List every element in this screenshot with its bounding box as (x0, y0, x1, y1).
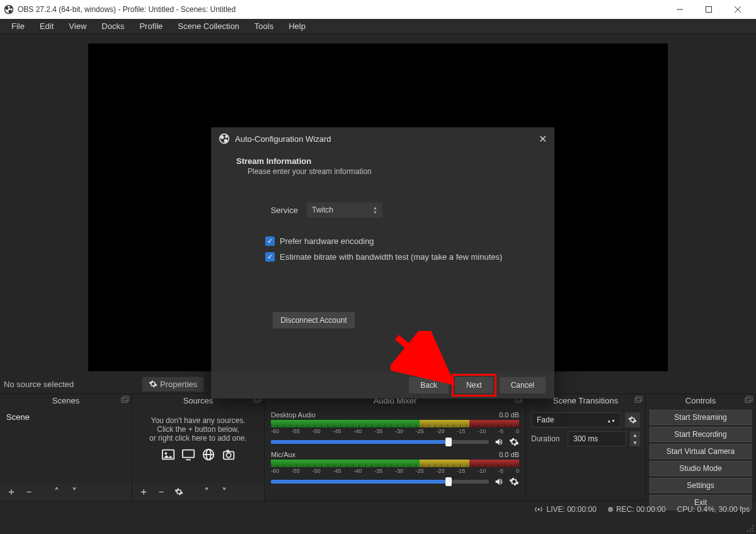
volume-slider[interactable] (271, 440, 489, 444)
gear-icon[interactable] (509, 437, 519, 447)
svg-rect-26 (745, 398, 751, 403)
menu-view[interactable]: View (61, 20, 94, 33)
transition-settings-button[interactable] (625, 412, 640, 427)
broadcast-icon (534, 505, 543, 514)
statusbar: LIVE: 00:00:00 REC: 00:00:00 CPU: 0.4%, … (0, 501, 756, 517)
globe-icon (200, 448, 217, 461)
scenes-panel: Scenes Scene ＋ － ˄ ˅ (0, 393, 132, 501)
menu-tools[interactable]: Tools (247, 20, 281, 33)
obs-logo-icon (4, 4, 14, 15)
sources-list[interactable]: You don't have any sources. Click the + … (132, 407, 264, 483)
status-live: LIVE: 00:00:00 (534, 505, 596, 514)
svg-rect-10 (254, 398, 260, 403)
svg-point-28 (538, 508, 541, 511)
svg-point-33 (750, 530, 751, 531)
svg-point-0 (5, 6, 13, 14)
mixer-name: Desktop Audio (271, 411, 316, 419)
obs-logo-icon (219, 133, 230, 144)
window-titlebar: OBS 27.2.4 (64-bit, windows) - Profile: … (0, 0, 756, 19)
transitions-panel: Scene Transitions Fade▲▼ Duration 300 ms… (526, 393, 646, 501)
menu-docks[interactable]: Docks (94, 20, 132, 33)
menu-scene-collection[interactable]: Scene Collection (170, 20, 247, 33)
menu-file[interactable]: File (4, 20, 32, 33)
svg-rect-24 (635, 398, 641, 403)
menu-help[interactable]: Help (281, 20, 313, 33)
menubar: File Edit View Docks Profile Scene Colle… (0, 19, 756, 34)
source-down-button[interactable]: ˅ (217, 485, 232, 499)
start-recording-button[interactable]: Start Recording (650, 427, 752, 442)
chevron-icon: ▲▼ (373, 206, 377, 214)
audio-mixer-panel: Audio Mixer Desktop Audio0.0 dB -60-55-5… (265, 393, 526, 501)
estimate-bitrate-checkbox[interactable]: ✓ Estimate bitrate with bandwidth test (… (265, 252, 539, 262)
dialog-heading: Stream Information (236, 156, 539, 166)
dialog-titlebar: Auto-Configuration Wizard ✕ (211, 127, 554, 150)
menu-edit[interactable]: Edit (32, 20, 61, 33)
gear-icon (149, 380, 158, 388)
start-streaming-button[interactable]: Start Streaming (650, 410, 752, 425)
scenes-list[interactable]: Scene (0, 407, 132, 483)
mixer-row-mic: Mic/Aux0.0 dB -60-55-50-45-40-35-30-25-2… (271, 451, 519, 487)
monitor-icon (180, 448, 197, 461)
sources-empty-1: You don't have any sources. (151, 416, 246, 425)
dialog-close-button[interactable]: ✕ (539, 133, 547, 145)
scene-item[interactable]: Scene (0, 407, 132, 427)
svg-rect-22 (515, 398, 521, 403)
svg-point-13 (164, 452, 167, 455)
checkbox-checked-icon: ✓ (265, 252, 275, 262)
duration-field[interactable]: 300 ms (568, 431, 626, 446)
start-virtual-camera-button[interactable]: Start Virtual Camera (650, 444, 752, 459)
svg-rect-27 (747, 397, 752, 401)
speaker-icon[interactable] (493, 477, 505, 487)
svg-rect-21 (226, 450, 229, 452)
scene-add-button[interactable]: ＋ (4, 485, 19, 499)
gear-icon (628, 415, 637, 424)
disconnect-account-button[interactable]: Disconnect Account (273, 312, 355, 328)
resize-grip-icon[interactable] (746, 524, 755, 533)
close-button[interactable] (723, 0, 752, 19)
minimize-button[interactable] (665, 0, 694, 19)
back-button[interactable]: Back (409, 377, 449, 393)
no-source-label: No source selected (4, 380, 142, 389)
source-up-button[interactable]: ˄ (199, 485, 214, 499)
svg-point-31 (752, 528, 753, 529)
dialog-footer: Back Next Cancel (211, 372, 554, 398)
gear-icon[interactable] (509, 477, 519, 487)
source-remove-button[interactable]: － (154, 485, 169, 499)
cancel-button[interactable]: Cancel (500, 377, 546, 393)
source-settings-button[interactable] (171, 485, 186, 499)
source-add-button[interactable]: ＋ (136, 485, 151, 499)
popout-icon[interactable] (120, 396, 129, 405)
menu-profile[interactable]: Profile (132, 20, 170, 33)
svg-point-37 (224, 139, 227, 143)
scene-remove-button[interactable]: － (21, 485, 37, 499)
sources-tools: ＋ － ˄ ˅ (132, 483, 264, 501)
maximize-button[interactable] (694, 0, 723, 19)
popout-icon[interactable] (634, 396, 643, 405)
record-dot-icon (608, 507, 613, 512)
next-button[interactable]: Next (455, 377, 493, 393)
mixer-body: Desktop Audio0.0 dB -60-55-50-45-40-35-3… (265, 407, 525, 501)
source-type-icons (160, 448, 237, 461)
prefer-hardware-checkbox[interactable]: ✓ Prefer hardware encoding (265, 236, 539, 246)
svg-point-32 (747, 530, 748, 531)
duration-spinner[interactable]: ▲▼ (630, 431, 640, 446)
volume-slider[interactable] (271, 480, 489, 484)
svg-point-2 (9, 10, 12, 13)
svg-rect-25 (636, 397, 642, 401)
studio-mode-button[interactable]: Studio Mode (650, 461, 752, 476)
properties-button[interactable]: Properties (142, 377, 203, 392)
auto-config-wizard-dialog: Auto-Configuration Wizard ✕ Stream Infor… (211, 127, 554, 398)
svg-point-36 (220, 136, 224, 139)
transition-select[interactable]: Fade▲▼ (531, 412, 621, 427)
svg-point-38 (225, 135, 228, 138)
settings-button[interactable]: Settings (650, 478, 752, 493)
speaker-icon[interactable] (493, 437, 505, 447)
scene-up-button[interactable]: ˄ (49, 485, 64, 499)
scene-down-button[interactable]: ˅ (67, 485, 82, 499)
service-select[interactable]: Twitch▲▼ (307, 202, 382, 218)
popout-icon[interactable] (744, 396, 753, 405)
mixer-name: Mic/Aux (271, 451, 295, 458)
svg-point-34 (752, 530, 753, 531)
svg-rect-14 (182, 450, 193, 458)
dialog-body: Stream Information Please enter your str… (211, 150, 554, 372)
